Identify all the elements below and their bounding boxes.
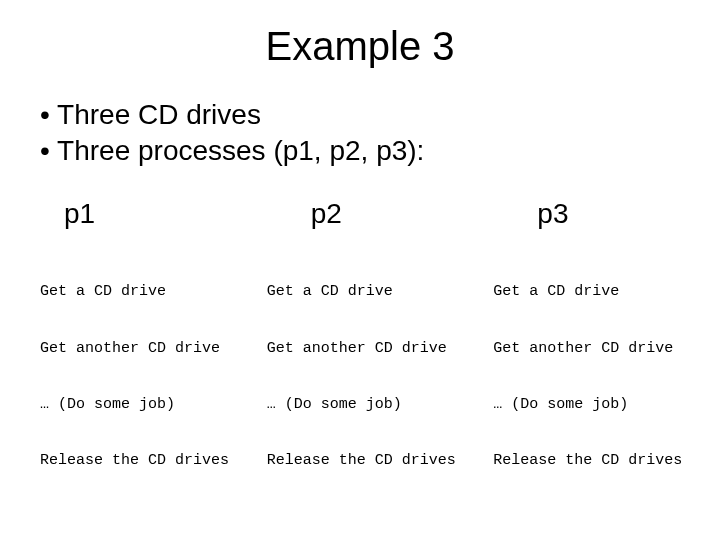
column-heading: p1 bbox=[40, 198, 267, 230]
column-heading: p2 bbox=[267, 198, 494, 230]
slide: Example 3 Three CD drives Three processe… bbox=[0, 0, 720, 540]
column-p2: p2 Get a CD drive Get another CD drive …… bbox=[267, 198, 494, 509]
column-p3: p3 Get a CD drive Get another CD drive …… bbox=[493, 198, 720, 509]
process-columns: p1 Get a CD drive Get another CD drive …… bbox=[40, 198, 720, 509]
code-line: … (Do some job) bbox=[40, 396, 267, 415]
code-line: Release the CD drives bbox=[40, 452, 267, 471]
code-line: Get another CD drive bbox=[267, 340, 494, 359]
bullet-item: Three processes (p1, p2, p3): bbox=[40, 133, 688, 169]
code-line: Get a CD drive bbox=[493, 283, 720, 302]
code-line: Get another CD drive bbox=[493, 340, 720, 359]
code-line: Get another CD drive bbox=[40, 340, 267, 359]
column-p1: p1 Get a CD drive Get another CD drive …… bbox=[40, 198, 267, 509]
code-block: Get a CD drive Get another CD drive … (D… bbox=[40, 246, 267, 509]
code-block: Get a CD drive Get another CD drive … (D… bbox=[493, 246, 720, 509]
code-line: … (Do some job) bbox=[493, 396, 720, 415]
code-line: Release the CD drives bbox=[267, 452, 494, 471]
bullet-item: Three CD drives bbox=[40, 97, 688, 133]
column-heading: p3 bbox=[493, 198, 720, 230]
code-line: Get a CD drive bbox=[267, 283, 494, 302]
code-line: Release the CD drives bbox=[493, 452, 720, 471]
bullet-list: Three CD drives Three processes (p1, p2,… bbox=[40, 97, 688, 170]
code-line: … (Do some job) bbox=[267, 396, 494, 415]
slide-title: Example 3 bbox=[32, 24, 688, 69]
code-line: Get a CD drive bbox=[40, 283, 267, 302]
code-block: Get a CD drive Get another CD drive … (D… bbox=[267, 246, 494, 509]
